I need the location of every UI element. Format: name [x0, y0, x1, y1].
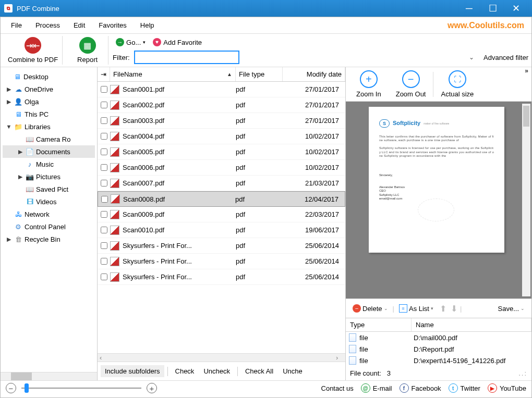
- menu-favorites[interactable]: Favorites: [92, 19, 132, 31]
- expander-icon[interactable]: ▼: [6, 123, 12, 130]
- tree-item[interactable]: 📖Saved Pict: [3, 183, 95, 195]
- tree-item[interactable]: ▼📁Libraries: [3, 120, 95, 133]
- output-row[interactable]: fileD:\Report.pdf: [346, 343, 531, 355]
- check-button[interactable]: Check: [171, 365, 199, 377]
- youtube-link[interactable]: ▶YouTube: [488, 383, 526, 393]
- zoom-slider[interactable]: − +: [6, 383, 157, 393]
- zoom-out-button[interactable]: − Zoom Out: [389, 70, 433, 98]
- output-row[interactable]: fileD:\mail000.pdf: [346, 332, 531, 343]
- check-all-button[interactable]: Check All: [241, 365, 277, 377]
- slider-track[interactable]: [21, 388, 141, 389]
- advanced-filter-button[interactable]: Advanced filter: [483, 54, 528, 61]
- actual-size-button[interactable]: ⛶ Actual size: [433, 70, 481, 98]
- twitter-link[interactable]: tTwitter: [449, 383, 480, 393]
- menu-file[interactable]: File: [5, 19, 28, 31]
- file-row[interactable]: Scan0004.pdfpdf10/02/2017: [98, 129, 345, 144]
- scroll-right-icon[interactable]: ›: [336, 354, 343, 362]
- tree-item[interactable]: ▶☁OneDrive: [3, 83, 95, 95]
- delete-button[interactable]: − Delete ⌄: [349, 302, 392, 315]
- combine-button[interactable]: ⇥⇤ Combine to PDF: [4, 36, 63, 65]
- file-row[interactable]: Skysurfers - Print For...pdf25/06/2014: [98, 269, 345, 285]
- row-checkbox[interactable]: [98, 196, 111, 203]
- file-row[interactable]: Scan0006.pdfpdf10/02/2017: [98, 160, 345, 176]
- file-row[interactable]: Scan0008.pdfpdf12/04/2017: [98, 191, 345, 207]
- file-row[interactable]: Scan0009.pdfpdf22/03/2017: [98, 207, 345, 222]
- row-checkbox[interactable]: [98, 180, 110, 186]
- menu-process[interactable]: Process: [29, 19, 66, 31]
- email-link[interactable]: @E-mail: [361, 383, 392, 393]
- tree-item[interactable]: 🎞Videos: [3, 195, 95, 208]
- file-row[interactable]: Scan0002.pdfpdf27/01/2017: [98, 97, 345, 113]
- minimize-button[interactable]: ─: [457, 0, 481, 17]
- row-checkbox[interactable]: [98, 86, 110, 93]
- row-checkbox[interactable]: [98, 273, 110, 280]
- save-button[interactable]: Save... ⌄: [494, 303, 528, 315]
- expander-icon[interactable]: ▶: [17, 148, 23, 155]
- tree-item[interactable]: ⚙Control Panel: [3, 220, 95, 233]
- resize-grip-icon[interactable]: ..:: [518, 369, 527, 377]
- zoom-in-small-button[interactable]: +: [147, 383, 157, 393]
- column-type[interactable]: File type: [236, 67, 283, 81]
- close-button[interactable]: ✕: [504, 0, 528, 17]
- move-up-button[interactable]: ⬆: [438, 304, 448, 314]
- h-scrollbar[interactable]: ‹ ›: [98, 353, 345, 362]
- facebook-link[interactable]: fFacebook: [400, 383, 441, 393]
- out-col-name[interactable]: Name: [412, 318, 531, 331]
- expander-icon[interactable]: ▶: [6, 236, 12, 243]
- expander-icon[interactable]: ▶: [6, 86, 12, 93]
- tree-item[interactable]: ▶🗑Recycle Bin: [3, 233, 95, 245]
- zoom-in-button[interactable]: + Zoom In: [349, 70, 389, 98]
- view-aslist-button[interactable]: ≡ As List▾: [395, 302, 437, 315]
- v-scrollbar[interactable]: [522, 104, 530, 296]
- go-button[interactable]: → Go... ▾: [113, 37, 149, 47]
- folder-tree[interactable]: 🖥Desktop▶☁OneDrive▶👤Olga🖥This PC▼📁Librar…: [1, 67, 98, 380]
- tree-item[interactable]: ▶👤Olga: [3, 95, 95, 108]
- file-row[interactable]: Scan0010.pdfpdf19/06/2017: [98, 222, 345, 238]
- zoom-out-small-button[interactable]: −: [6, 383, 16, 393]
- expander-icon[interactable]: ▶: [17, 173, 23, 180]
- h-scrollbar[interactable]: [1, 372, 97, 380]
- row-checkbox[interactable]: [98, 242, 110, 249]
- tree-item[interactable]: 🖧Network: [3, 208, 95, 220]
- chevron-down-icon[interactable]: ⌄: [469, 54, 474, 61]
- tree-item[interactable]: ▶📄Documents: [3, 145, 95, 158]
- tree-item[interactable]: 🖥Desktop: [3, 70, 95, 83]
- tree-item[interactable]: ▶📷Pictures: [3, 170, 95, 183]
- out-col-type[interactable]: Type: [346, 318, 412, 331]
- row-checkbox[interactable]: [98, 211, 110, 218]
- column-name[interactable]: FileName ▲: [110, 67, 236, 81]
- more-button[interactable]: »: [525, 67, 528, 74]
- include-subfolders-button[interactable]: Include subfolders: [101, 365, 164, 377]
- row-checkbox[interactable]: [98, 258, 110, 265]
- filter-input[interactable]: [134, 51, 239, 64]
- row-checkbox[interactable]: [98, 117, 110, 124]
- file-row[interactable]: Scan0001.pdfpdf27/01/2017: [98, 82, 345, 97]
- column-date[interactable]: Modify date: [283, 67, 345, 81]
- pin-column[interactable]: ⇥: [98, 67, 110, 81]
- output-row[interactable]: fileD:\expert\14-5196_141226.pdf: [346, 355, 531, 366]
- file-row[interactable]: Scan0005.pdfpdf10/02/2017: [98, 144, 345, 160]
- row-checkbox[interactable]: [98, 148, 110, 155]
- brand-url[interactable]: www.Coolutils.com: [448, 21, 527, 30]
- menu-edit[interactable]: Edit: [67, 19, 91, 31]
- preview-pane[interactable]: S Softplicity maker of fine software Thi…: [346, 102, 531, 298]
- row-checkbox[interactable]: [98, 164, 110, 171]
- file-row[interactable]: Scan0007.pdfpdf21/03/2017: [98, 176, 345, 191]
- tree-item[interactable]: 📖Camera Ro: [3, 133, 95, 145]
- row-checkbox[interactable]: [98, 227, 110, 233]
- file-row[interactable]: Scan0003.pdfpdf27/01/2017: [98, 113, 345, 129]
- report-button[interactable]: ▦ Report: [67, 36, 108, 65]
- menu-help[interactable]: Help: [134, 19, 161, 31]
- uncheck-all-button[interactable]: Unche: [279, 365, 307, 377]
- file-row[interactable]: Skysurfers - Print For...pdf25/06/2014: [98, 238, 345, 254]
- tree-item[interactable]: ♪Music: [3, 158, 95, 170]
- row-checkbox[interactable]: [98, 102, 110, 108]
- expander-icon[interactable]: ▶: [6, 98, 12, 105]
- add-favorite-button[interactable]: ♥ Add Favorite: [150, 37, 205, 47]
- slider-thumb[interactable]: [25, 383, 29, 393]
- scroll-left-icon[interactable]: ‹: [100, 354, 107, 362]
- row-checkbox[interactable]: [98, 133, 110, 140]
- maximize-button[interactable]: ☐: [481, 0, 504, 17]
- file-row[interactable]: Skysurfers - Print For...pdf25/06/2014: [98, 254, 345, 269]
- uncheck-button[interactable]: Uncheck: [199, 365, 234, 377]
